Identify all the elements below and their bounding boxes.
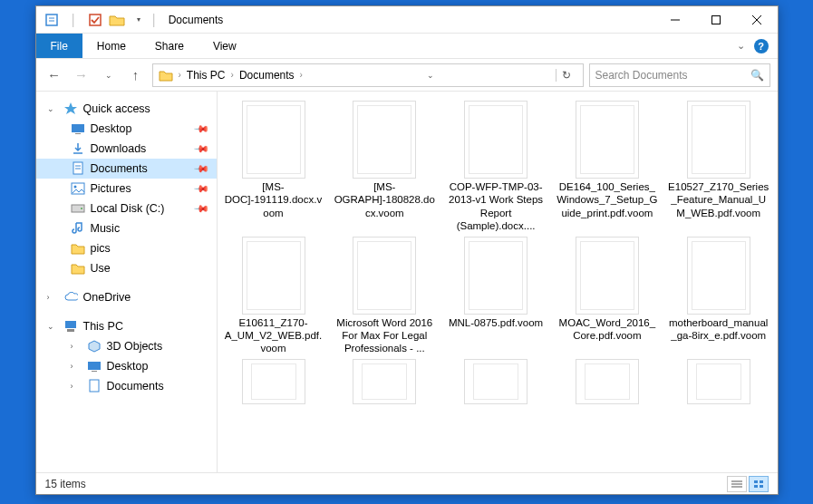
pc-icon — [63, 319, 78, 334]
folder-icon — [71, 241, 85, 256]
sidebar-item-pics[interactable]: pics — [36, 238, 217, 258]
file-item[interactable] — [221, 359, 326, 406]
file-icon — [242, 359, 305, 404]
breadcrumb-this-pc[interactable]: This PC — [187, 69, 226, 82]
sidebar-item-label: Pictures — [91, 182, 131, 195]
chevron-down-icon[interactable]: ⌄ — [47, 104, 58, 113]
file-item[interactable] — [332, 359, 437, 406]
qat-separator-icon: | — [65, 12, 82, 28]
tab-home[interactable]: Home — [82, 34, 140, 58]
file-icon — [242, 101, 305, 179]
breadcrumb-documents[interactable]: Documents — [239, 69, 295, 82]
window-title: Documents — [163, 14, 655, 26]
file-name: Microsoft Word 2016 For Max For Legal Pr… — [332, 316, 437, 355]
search-icon[interactable]: 🔍 — [750, 69, 764, 82]
file-name: MOAC_Word_2016_Core.pdf.voom — [555, 316, 660, 343]
sidebar-item-use[interactable]: Use — [36, 258, 217, 278]
chevron-right-icon[interactable]: › — [71, 382, 82, 391]
recent-locations-button[interactable]: ⌄ — [98, 64, 120, 86]
chevron-right-icon[interactable]: › — [177, 70, 183, 80]
cloud-icon — [63, 290, 78, 305]
file-item[interactable]: MOAC_Word_2016_Core.pdf.voom — [555, 237, 660, 355]
sidebar-item-label: pics — [91, 242, 111, 255]
nav-back-button[interactable]: ← — [44, 64, 65, 86]
file-item[interactable]: E10527_Z170_Series_Feature_Manual_UM_WEB… — [666, 101, 771, 233]
nav-up-button[interactable]: ↑ — [125, 64, 147, 86]
file-icon — [353, 237, 416, 315]
svg-rect-28 — [754, 485, 758, 488]
maximize-button[interactable] — [696, 6, 737, 34]
chevron-right-icon[interactable]: › — [71, 342, 82, 351]
nav-forward-button[interactable]: → — [71, 64, 92, 86]
sidebar-item-desktop[interactable]: Desktop 📌 — [36, 119, 217, 139]
pin-icon: 📌 — [192, 140, 209, 157]
file-item[interactable]: motherboard_manual_ga-8irx_e.pdf.voom — [666, 237, 771, 355]
file-item[interactable]: [MS-DOC]-191119.docx.voom — [221, 101, 326, 233]
search-placeholder: Search Documents — [595, 69, 688, 82]
details-view-button[interactable] — [727, 476, 747, 492]
properties-icon[interactable] — [44, 12, 60, 28]
sidebar-item-pictures[interactable]: Pictures 📌 — [36, 179, 217, 199]
tab-share[interactable]: Share — [140, 34, 198, 58]
sidebar-item-3d-objects[interactable]: › 3D Objects — [36, 336, 217, 356]
file-item[interactable] — [555, 359, 660, 406]
close-button[interactable] — [737, 6, 778, 34]
sidebar-item-label: OneDrive — [83, 291, 131, 304]
sidebar-onedrive[interactable]: › OneDrive — [36, 287, 217, 307]
file-item[interactable] — [666, 359, 771, 406]
chevron-right-icon[interactable]: › — [229, 70, 236, 80]
sidebar-item-pc-documents[interactable]: › Documents — [36, 376, 217, 396]
file-icon — [464, 101, 527, 179]
file-item[interactable]: DE164_100_Series_Windows_7_Setup_Guide_p… — [555, 101, 660, 233]
sidebar-item-label: Music — [91, 222, 121, 235]
help-icon[interactable]: ? — [754, 39, 769, 53]
file-item[interactable]: MNL-0875.pdf.voom — [443, 237, 548, 355]
title-bar: | ▾ | Documents — [36, 6, 778, 34]
search-input[interactable]: Search Documents 🔍 — [589, 63, 770, 87]
svg-rect-26 — [754, 480, 758, 483]
file-item[interactable]: Microsoft Word 2016 For Max For Legal Pr… — [332, 237, 437, 355]
chevron-right-icon[interactable]: › — [71, 362, 82, 371]
ribbon-expand-icon[interactable]: ⌄ — [737, 40, 745, 52]
file-icon — [353, 101, 416, 179]
sidebar-item-label: Documents — [91, 162, 148, 175]
folder-icon — [159, 69, 173, 82]
sidebar-quick-access[interactable]: ⌄ Quick access — [36, 99, 217, 119]
file-item[interactable] — [443, 359, 548, 406]
checkbox-icon[interactable] — [87, 12, 103, 28]
file-item[interactable]: [MS-OGRAPH]-180828.docx.voom — [332, 101, 437, 233]
tab-file[interactable]: File — [36, 34, 82, 58]
quick-access-toolbar: | ▾ | — [36, 12, 163, 28]
sidebar-item-documents[interactable]: Documents 📌 — [36, 159, 217, 179]
sidebar-item-label: Desktop — [107, 360, 149, 373]
folder-icon[interactable] — [109, 12, 125, 28]
qat-dropdown-icon[interactable]: ▾ — [131, 12, 147, 28]
svg-rect-9 — [75, 133, 81, 134]
file-name: E10527_Z170_Series_Feature_Manual_UM_WEB… — [666, 180, 771, 219]
file-view[interactable]: [MS-DOC]-191119.docx.voom [MS-OGRAPH]-18… — [218, 92, 778, 472]
sidebar-item-music[interactable]: Music — [36, 218, 217, 238]
refresh-icon[interactable]: ↻ — [556, 69, 576, 82]
chevron-down-icon[interactable]: ⌄ — [47, 322, 58, 331]
navigation-pane: ⌄ Quick access Desktop 📌 Downloads 📌 Doc… — [36, 92, 218, 472]
window-controls — [655, 6, 778, 34]
large-icons-view-button[interactable] — [749, 476, 769, 492]
chevron-right-icon[interactable]: › — [298, 70, 305, 80]
svg-rect-3 — [90, 15, 101, 25]
file-icon — [242, 237, 305, 315]
tab-view[interactable]: View — [198, 34, 251, 58]
minimize-button[interactable] — [655, 6, 696, 34]
svg-rect-5 — [712, 15, 721, 24]
file-name: [MS-DOC]-191119.docx.voom — [221, 180, 326, 219]
address-dropdown-icon[interactable]: ⌄ — [421, 71, 440, 80]
sidebar-item-pc-desktop[interactable]: › Desktop — [36, 356, 217, 376]
file-item[interactable]: E10611_Z170-A_UM_V2_WEB.pdf.voom — [221, 237, 326, 355]
folder-icon — [71, 261, 85, 276]
sidebar-item-label: Use — [91, 262, 111, 275]
chevron-right-icon[interactable]: › — [47, 293, 58, 302]
sidebar-item-downloads[interactable]: Downloads 📌 — [36, 139, 217, 159]
sidebar-this-pc[interactable]: ⌄ This PC — [36, 316, 217, 336]
breadcrumb[interactable]: › This PC › Documents › ⌄ ↻ — [152, 63, 584, 87]
sidebar-item-local-disk[interactable]: Local Disk (C:) 📌 — [36, 199, 217, 218]
file-item[interactable]: COP-WFP-TMP-03-2013-v1 Work Steps Report… — [443, 101, 548, 233]
